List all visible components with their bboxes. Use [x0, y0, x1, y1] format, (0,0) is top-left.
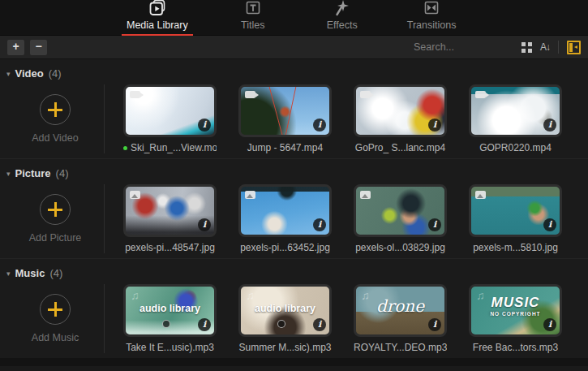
info-icon[interactable]: i	[313, 318, 326, 331]
section-count: (4)	[49, 67, 62, 80]
music-note-icon: ♫	[131, 289, 139, 302]
media-item[interactable]: ♫ audio library i Take It E...usic).mp3	[123, 284, 217, 353]
video-camera-icon	[245, 91, 255, 98]
effects-magic-wand-icon	[333, 0, 352, 18]
media-item[interactable]: ♫ drone i ROYALTY...DEO.mp3	[354, 284, 447, 353]
remove-files-button[interactable]: −	[30, 40, 47, 55]
collapse-panel-icon[interactable]	[567, 41, 581, 54]
section-video: ▾ Video (4) Add Video i Ski_Run_...View.…	[0, 59, 588, 159]
info-icon[interactable]: i	[428, 318, 441, 331]
plus-circle-icon	[40, 94, 71, 125]
grid-view-icon[interactable]	[521, 42, 532, 53]
library-toolbar: + − A↓	[0, 36, 588, 59]
media-library-icon	[148, 0, 167, 18]
info-icon[interactable]: i	[543, 119, 556, 132]
media-filename: pexels-pi...48547.jpg	[123, 242, 217, 253]
info-icon[interactable]: i	[313, 218, 326, 231]
add-picture-label: Add Picture	[29, 232, 82, 244]
thumbnail-overlay-text: drone	[356, 296, 444, 316]
toolbar-divider	[558, 41, 559, 54]
picture-icon	[245, 191, 255, 199]
info-icon[interactable]: i	[313, 119, 326, 132]
section-music-header[interactable]: ▾ Music (4)	[6, 266, 588, 280]
info-icon[interactable]: i	[198, 218, 211, 231]
tab-label-titles: Titles	[241, 19, 264, 31]
picture-thumbnail[interactable]: i	[354, 184, 447, 237]
video-thumbnail[interactable]: i	[123, 84, 217, 137]
video-thumbnail[interactable]: i	[469, 84, 562, 137]
media-filename: pexels-pi...63452.jpg	[238, 242, 332, 253]
thumbnail-overlay-text: audio library	[241, 303, 329, 314]
picture-thumbnail[interactable]: i	[469, 184, 562, 237]
media-filename: Take It E...usic).mp3	[123, 342, 217, 353]
info-icon[interactable]: i	[198, 318, 211, 331]
media-filename: Jump - 5647.mp4	[238, 142, 332, 153]
add-video-label: Add Video	[32, 132, 78, 144]
media-filename: Free Bac...tors.mp3	[469, 342, 562, 353]
media-item[interactable]: ♫ audio library i Summer M...sic).mp3	[238, 284, 332, 353]
media-item[interactable]: i Ski_Run_...View.mov	[123, 84, 217, 153]
add-files-button[interactable]: +	[7, 40, 24, 55]
tab-label-media-library: Media Library	[127, 19, 188, 31]
thumbnail-overlay-subtext: NO COPYRIGHT	[471, 311, 560, 317]
tab-effects[interactable]: Effects	[313, 0, 371, 35]
info-icon[interactable]: i	[543, 218, 556, 231]
media-item[interactable]: i GOPR0220.mp4	[469, 84, 562, 153]
picture-thumbnail[interactable]: i	[238, 184, 332, 237]
info-icon[interactable]: i	[428, 218, 441, 231]
info-icon[interactable]: i	[428, 119, 441, 132]
media-filename: GOPR0220.mp4	[469, 142, 562, 153]
video-thumbnail[interactable]: i	[354, 84, 447, 137]
media-library-content: ▾ Video (4) Add Video i Ski_Run_...View.…	[0, 59, 588, 358]
media-filename: ROYALTY...DEO.mp3	[354, 342, 447, 353]
section-video-header[interactable]: ▾ Video (4)	[6, 67, 588, 80]
plus-circle-icon	[40, 194, 71, 225]
section-title: Video	[15, 67, 44, 80]
chevron-down-icon[interactable]: ▾	[6, 170, 11, 178]
media-item[interactable]: i GoPro_ S...lanc.mp4	[354, 84, 447, 153]
media-item[interactable]: i pexels-pi...63452.jpg	[238, 184, 332, 253]
tab-label-effects: Effects	[327, 19, 358, 31]
sort-icon[interactable]: A↓	[540, 41, 550, 53]
add-music-button[interactable]: Add Music	[6, 284, 105, 353]
thumbnail-overlay-text: audio library	[126, 303, 214, 314]
thumbnail-overlay-text: MUSIC	[471, 295, 560, 311]
transitions-icon	[422, 0, 441, 18]
add-video-button[interactable]: Add Video	[6, 84, 105, 153]
section-count: (4)	[49, 267, 62, 279]
media-item[interactable]: i pexels-pi...48547.jpg	[123, 184, 217, 253]
chevron-down-icon[interactable]: ▾	[6, 70, 11, 78]
top-tab-bar: Media Library Titles Effects Transi	[0, 0, 588, 36]
media-item[interactable]: i Jump - 5647.mp4	[238, 84, 332, 153]
music-note-icon: ♫	[246, 289, 255, 302]
info-icon[interactable]: i	[543, 318, 556, 331]
tab-transitions[interactable]: Transitions	[402, 0, 461, 35]
music-thumbnail[interactable]: ♫ audio library i	[123, 284, 217, 337]
media-filename: Summer M...sic).mp3	[238, 342, 332, 353]
bottom-strip	[0, 358, 588, 366]
info-icon[interactable]: i	[198, 119, 211, 132]
titles-icon	[243, 0, 263, 18]
video-camera-icon	[360, 91, 371, 98]
music-thumbnail[interactable]: ♫ drone i	[354, 284, 447, 337]
plus-circle-icon	[40, 294, 71, 325]
tab-label-transitions: Transitions	[407, 19, 457, 31]
picture-icon	[130, 191, 140, 199]
picture-thumbnail[interactable]: i	[123, 184, 217, 237]
add-music-label: Add Music	[32, 332, 79, 343]
tab-media-library[interactable]: Media Library	[122, 0, 193, 35]
music-thumbnail[interactable]: ♫ MUSIC NO COPYRIGHT i	[469, 284, 562, 337]
music-thumbnail[interactable]: ♫ audio library i	[238, 284, 332, 337]
add-picture-button[interactable]: Add Picture	[6, 184, 105, 253]
picture-icon	[475, 191, 486, 199]
recently-added-dot	[123, 146, 127, 150]
media-item[interactable]: ♫ MUSIC NO COPYRIGHT i Free Bac...tors.m…	[469, 284, 562, 353]
section-picture-header[interactable]: ▾ Picture (4)	[6, 166, 588, 180]
video-thumbnail[interactable]: i	[238, 84, 332, 137]
search-input[interactable]	[412, 41, 517, 54]
media-item[interactable]: i pexels-m...5810.jpg	[469, 184, 562, 253]
tab-titles[interactable]: Titles	[224, 0, 282, 35]
chevron-down-icon[interactable]: ▾	[6, 270, 11, 278]
media-item[interactable]: i pexels-ol...03829.jpg	[354, 184, 447, 253]
picture-icon	[360, 191, 371, 199]
